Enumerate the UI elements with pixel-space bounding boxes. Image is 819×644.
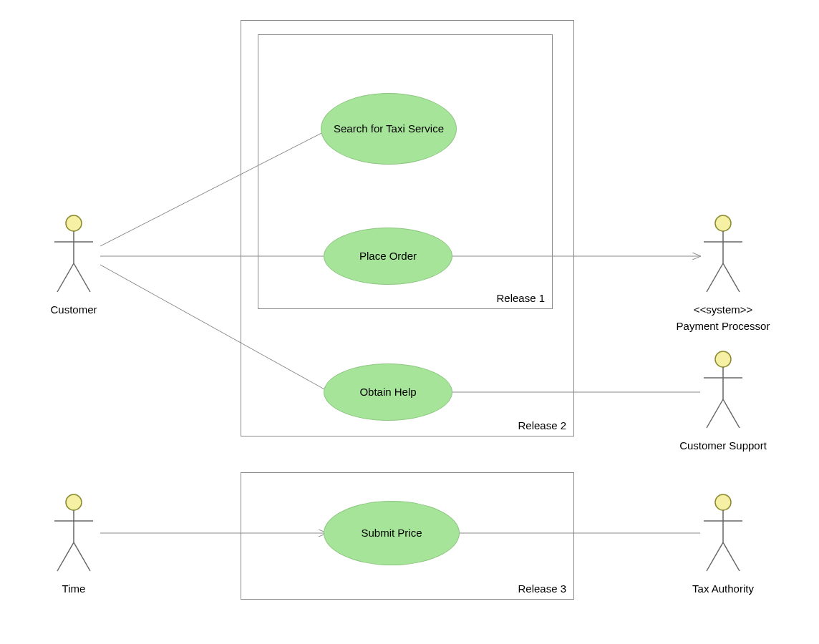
boundary-release3-label: Release 3 bbox=[518, 582, 566, 595]
actor-customer-label: Customer bbox=[49, 303, 99, 316]
svg-point-0 bbox=[66, 215, 82, 231]
usecase-place-order: Place Order bbox=[324, 228, 452, 285]
svg-line-19 bbox=[723, 399, 740, 428]
actor-time-icon bbox=[49, 492, 99, 578]
boundary-release1-label: Release 1 bbox=[496, 292, 545, 304]
svg-line-24 bbox=[723, 542, 740, 571]
svg-line-8 bbox=[57, 542, 74, 571]
usecase-obtain-help: Obtain Help bbox=[324, 364, 452, 421]
actor-payment-processor-icon bbox=[698, 213, 748, 299]
actor-time: Time bbox=[49, 492, 99, 595]
actor-payment-processor-stereotype: <<system>> bbox=[673, 303, 773, 316]
actor-payment-processor-label: Payment Processor bbox=[673, 320, 773, 332]
svg-line-9 bbox=[74, 542, 90, 571]
diagram-canvas: Release 2 Release 1 Release 3 Search for… bbox=[0, 0, 819, 644]
usecase-submit-price-label: Submit Price bbox=[361, 527, 422, 540]
actor-payment-processor: <<system>> Payment Processor bbox=[673, 213, 773, 332]
actor-customer-icon bbox=[49, 213, 99, 299]
svg-line-4 bbox=[74, 263, 90, 292]
actor-customer-support: Customer Support bbox=[669, 349, 777, 452]
actor-customer: Customer bbox=[49, 213, 99, 316]
actor-customer-support-label: Customer Support bbox=[669, 439, 777, 452]
svg-point-5 bbox=[66, 494, 82, 510]
usecase-place-order-label: Place Order bbox=[359, 250, 417, 263]
actor-time-label: Time bbox=[49, 582, 99, 595]
usecase-obtain-help-label: Obtain Help bbox=[359, 386, 416, 399]
svg-point-20 bbox=[715, 494, 731, 510]
actor-tax-authority-icon bbox=[698, 492, 748, 578]
svg-line-13 bbox=[707, 263, 723, 292]
usecase-search-taxi: Search for Taxi Service bbox=[321, 93, 457, 165]
svg-point-15 bbox=[715, 351, 731, 367]
svg-line-14 bbox=[723, 263, 740, 292]
usecase-submit-price: Submit Price bbox=[324, 501, 460, 565]
svg-line-23 bbox=[707, 542, 723, 571]
usecase-search-taxi-label: Search for Taxi Service bbox=[334, 122, 444, 135]
actor-customer-support-icon bbox=[698, 349, 748, 435]
svg-line-3 bbox=[57, 263, 74, 292]
actor-tax-authority: Tax Authority bbox=[673, 492, 773, 595]
actor-tax-authority-label: Tax Authority bbox=[673, 582, 773, 595]
svg-point-10 bbox=[715, 215, 731, 231]
boundary-release2-label: Release 2 bbox=[518, 419, 566, 431]
svg-line-18 bbox=[707, 399, 723, 428]
